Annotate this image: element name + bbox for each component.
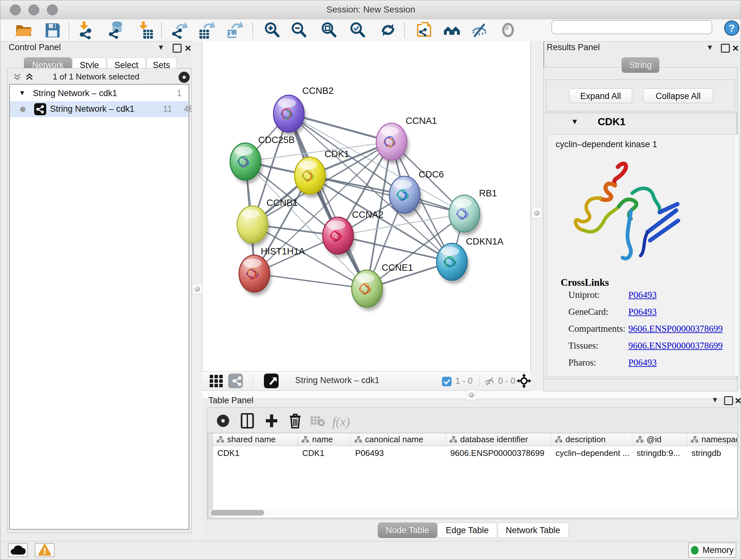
zoom-in-button[interactable] [263,21,281,39]
crosslink-link[interactable]: 9606.ENSP00000378699 [628,323,723,334]
table-cell[interactable]: cyclin–dependent ... [551,446,632,460]
protein-collapse-icon[interactable]: ▼ [571,117,579,126]
save-session-button[interactable] [43,21,62,39]
column-header-label: namespace [701,435,738,444]
refresh-view-button[interactable] [379,21,397,39]
gray-eye-icon [499,21,517,39]
memory-label: Memory [702,545,734,555]
collapse-all-networks-button[interactable] [11,72,22,82]
network-row-selected[interactable]: String Network – cdk1 11 48 [10,101,189,117]
network-node-ccnb1[interactable]: CCNB1 [237,198,298,246]
export-image-button[interactable] [225,21,244,39]
network-node-rb1[interactable]: RB1 [449,188,497,236]
first-neighbors-button[interactable] [443,21,461,39]
function-builder-button[interactable]: f(x) [332,414,350,429]
results-panel-collapse-icon[interactable]: ▼ [706,43,714,52]
table-panel-close-icon[interactable]: × [735,397,741,404]
crosslink-row: GeneCard:P06493 [568,307,734,319]
network-node-cdc6[interactable]: CDC6 [389,169,444,217]
crosslink-link[interactable]: P06493 [628,357,657,368]
show-columns-button[interactable] [239,413,256,429]
table-cell[interactable]: CDK1 [298,446,351,460]
import-table-file-button[interactable] [136,21,154,39]
results-scrollbar[interactable] [734,134,739,376]
column-header-label: database identifier [460,435,528,444]
table-horizontal-scrollbar[interactable] [209,509,735,516]
network-node-ccnb2[interactable]: CCNB2 [273,85,333,136]
import-network-database-button[interactable] [107,21,125,39]
hidden-nodes-edges-stat: 0 - 0 [498,376,515,386]
collapse-all-button[interactable]: Collapse All [643,88,713,103]
network-edge[interactable] [289,114,367,289]
network-edge[interactable] [310,176,464,213]
import-network-file-button[interactable] [76,21,95,39]
table-cell[interactable]: stringdb [687,446,738,460]
zoom-out-button[interactable] [289,21,308,39]
selected-nodes-checkbox[interactable] [442,377,452,386]
results-panel-close-icon[interactable]: × [732,44,739,51]
crosslink-link[interactable]: 9606.ENSP00000378699 [628,340,723,351]
fit-selected-button[interactable] [515,373,530,388]
delete-column-button[interactable] [287,413,304,429]
delete-table-button[interactable] [309,413,326,429]
table-cell[interactable]: 9606.ENSP00000378699 [446,446,551,460]
tab-network-table[interactable]: Network Table [497,523,569,538]
crosslink-link[interactable]: P06493 [628,290,657,300]
warning-status-button[interactable] [35,543,55,557]
control-panel-float-icon[interactable] [173,44,182,53]
export-table-button[interactable] [198,21,216,39]
memory-button[interactable]: Memory [688,543,736,558]
horizontal-splitter-handle[interactable] [466,390,476,400]
new-network-from-selection-button[interactable] [415,21,434,39]
gear-icon [178,71,191,84]
column-header-shared-name[interactable]: shared name [213,433,298,446]
tab-node-table[interactable]: Node Table [378,523,437,538]
network-node-ccna2[interactable]: CCNA2 [323,209,383,258]
column-header--id[interactable]: @id [632,433,687,446]
grid-view-button[interactable] [208,374,222,388]
table-row[interactable]: CDK1CDK1P064939606.ENSP00000378699cyclin… [213,446,738,460]
search-input[interactable] [551,20,712,34]
results-panel-float-icon[interactable] [721,44,730,53]
control-panel-collapse-icon[interactable]: ▼ [157,43,165,52]
scrollbar-thumb[interactable] [211,510,264,516]
column-header-name[interactable]: name [298,433,351,446]
show-hide-graphics-button[interactable] [470,21,488,39]
birds-eye-view-button[interactable] [264,374,279,388]
table-cell[interactable]: stringdb:9... [632,446,687,460]
network-view-canvas[interactable]: CCNB2CCNA1CDC25BCDK1CDC6RB1CCNB1CCNA2CDK… [202,41,531,371]
network-node-ccne1[interactable]: CCNE1 [352,262,413,311]
crosslink-link[interactable]: P06493 [628,307,657,317]
left-splitter-handle[interactable] [192,284,202,294]
table-panel-float-icon[interactable] [724,396,733,405]
tree-expand-icon[interactable]: ▼ [19,89,25,97]
column-header-database-identifier[interactable]: database identifier [446,433,551,446]
table-panel-collapse-icon[interactable]: ▼ [711,395,719,404]
network-options-button[interactable] [176,71,189,84]
open-session-button[interactable] [14,21,33,39]
control-panel-close-icon[interactable]: × [185,44,191,51]
cloud-status-button[interactable] [8,543,28,557]
network-node-hist1h1a[interactable]: HIST1H1A [239,246,305,296]
highlight-button[interactable] [499,21,517,39]
table-options-button[interactable] [215,413,231,429]
network-collection-row[interactable]: ▼ String Network – cdk1 1 [10,86,189,101]
zoom-fit-button[interactable] [320,21,338,39]
export-network-button[interactable] [170,21,189,39]
node-label: CCNA2 [352,209,383,220]
table-cell[interactable]: P06493 [351,446,446,460]
column-header-namespace[interactable]: namespace [687,433,738,446]
crosslinks-heading: CrossLinks [561,277,609,288]
tab-string[interactable]: String [622,57,659,73]
network-node-cdkn1a[interactable]: CDKN1A [436,236,503,284]
right-splitter-handle[interactable] [532,208,542,218]
network-list-view-button[interactable] [228,374,243,388]
column-header-description[interactable]: description [551,433,632,446]
help-button[interactable]: ? [724,20,739,36]
expand-all-button[interactable]: Expand All [569,88,632,103]
column-header-canonical-name[interactable]: canonical name [351,433,446,446]
add-column-button[interactable] [263,413,280,429]
tab-edge-table[interactable]: Edge Table [437,523,497,538]
zoom-selected-button[interactable] [348,21,367,39]
table-cell[interactable]: CDK1 [213,446,298,460]
